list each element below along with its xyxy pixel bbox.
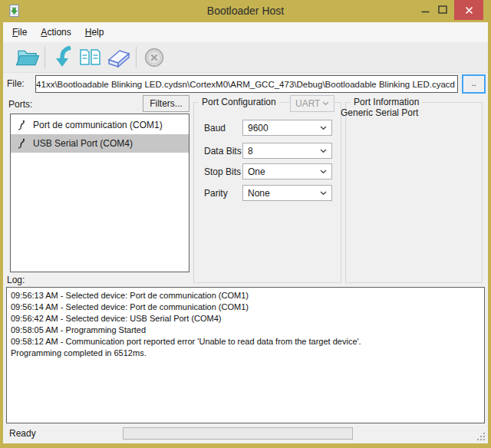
verify-button[interactable]	[77, 44, 104, 71]
serial-port-icon	[17, 120, 26, 131]
erase-button[interactable]	[104, 44, 132, 71]
baud-select[interactable]: 9600	[242, 120, 332, 136]
parity-row: Parity None	[204, 185, 332, 201]
stop-bits-select[interactable]: One	[242, 163, 332, 180]
menu-file[interactable]: File	[5, 22, 34, 42]
chevron-down-icon	[320, 149, 327, 153]
parity-select[interactable]: None	[242, 185, 332, 201]
port-information-text: Generic Serial Port	[341, 107, 418, 118]
log-line: 09:58:05 AM - Programming Started	[11, 324, 480, 336]
chevron-down-icon	[320, 170, 327, 174]
erase-icon	[107, 48, 130, 68]
filters-button[interactable]: Filters...	[143, 95, 189, 112]
port-name: USB Serial Port (COM4)	[33, 138, 133, 149]
port-configuration-group: Port Configuration Baud 9600 Data Bits 8…	[193, 102, 341, 283]
minimize-icon	[421, 6, 430, 14]
log-line: 09:56:13 AM - Selected device: Port de c…	[11, 290, 480, 301]
log-line: 09:56:14 AM - Selected device: Port de c…	[11, 301, 480, 313]
status-bar: Ready	[3, 423, 488, 443]
close-button[interactable]	[454, 0, 483, 20]
toolbar-separator	[136, 47, 137, 68]
program-icon	[52, 46, 74, 69]
menu-help[interactable]: Help	[78, 22, 111, 42]
port-list-item-selected[interactable]: USB Serial Port (COM4)	[11, 134, 189, 153]
baud-label: Baud	[204, 123, 226, 133]
log-line: 09:58:12 AM - Communication port reporte…	[11, 336, 480, 348]
serial-port-icon	[17, 138, 26, 150]
protocol-select[interactable]: UART	[290, 95, 334, 112]
toolbar	[3, 42, 488, 73]
program-button[interactable]	[49, 44, 77, 71]
maximize-icon	[438, 5, 447, 14]
data-bits-row: Data Bits 8	[204, 143, 332, 159]
ports-label: Ports:	[8, 99, 32, 110]
verify-icon	[79, 48, 102, 68]
port-list-item[interactable]: Port de communication (COM1)	[11, 116, 189, 134]
file-label: File:	[7, 78, 25, 89]
chevron-down-icon	[322, 101, 329, 106]
browse-button[interactable]: ..	[462, 74, 486, 94]
chevron-down-icon	[320, 126, 327, 130]
status-text: Ready	[9, 423, 36, 443]
log-output[interactable]: 09:56:13 AM - Selected device: Port de c…	[6, 287, 485, 423]
data-bits-label: Data Bits	[204, 146, 242, 156]
stop-bits-row: Stop Bits One	[204, 163, 332, 180]
data-bits-select[interactable]: 8	[242, 143, 332, 159]
log-label: Log:	[7, 275, 25, 285]
open-file-icon	[15, 48, 39, 68]
progress-bar	[123, 427, 353, 440]
file-path-value: ader_41xx\Bootloadable Blinking LED.cyds…	[35, 80, 455, 89]
baud-row: Baud 9600	[204, 120, 332, 136]
port-name: Port de communication (COM1)	[33, 120, 163, 130]
port-configuration-title: Port Configuration	[199, 97, 279, 107]
resize-grip[interactable]	[476, 432, 486, 441]
minimize-button[interactable]	[417, 0, 433, 19]
log-line: Programming completed in 6512ms.	[11, 348, 480, 359]
port-information-title: Port Information	[351, 97, 422, 107]
open-file-button[interactable]	[13, 44, 41, 71]
close-icon	[465, 6, 473, 15]
menu-actions[interactable]: Actions	[34, 22, 77, 42]
chevron-down-icon	[320, 191, 327, 196]
toolbar-separator	[44, 47, 45, 68]
port-information-group: Port Information Generic Serial Port	[345, 102, 483, 283]
maximize-button[interactable]	[434, 0, 451, 19]
titlebar[interactable]: Bootloader Host	[0, 0, 491, 22]
ports-list[interactable]: Port de communication (COM1) USB Serial …	[10, 114, 189, 272]
menu-bar: File Actions Help	[3, 22, 488, 42]
abort-button[interactable]	[140, 44, 168, 71]
client-area: File Actions Help	[3, 22, 488, 443]
abort-icon	[143, 47, 165, 68]
log-line: 09:56:42 AM - Selected device: USB Seria…	[11, 313, 480, 324]
stop-bits-label: Stop Bits	[204, 166, 241, 177]
parity-label: Parity	[204, 188, 228, 199]
bootloader-host-window: Bootloader Host File Actions Help	[0, 0, 491, 448]
file-path-input[interactable]: ader_41xx\Bootloadable Blinking LED.cyds…	[35, 75, 458, 93]
